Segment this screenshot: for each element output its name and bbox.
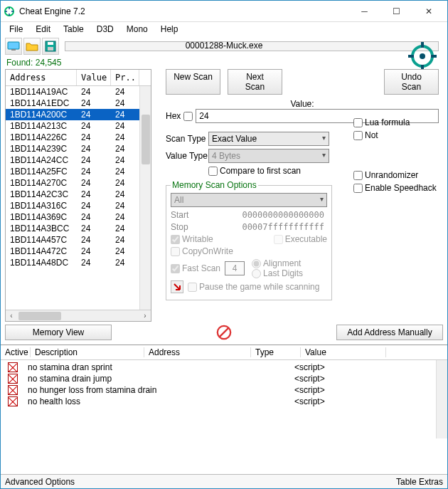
- fastscan-value-input[interactable]: [225, 261, 245, 275]
- minimize-button[interactable]: ─: [348, 1, 380, 21]
- ct-col-description[interactable]: Description: [31, 347, 144, 357]
- svg-point-7: [420, 53, 425, 59]
- result-row[interactable]: 1BD114A25FC2424: [6, 166, 151, 177]
- cheat-table-scrollbar[interactable]: [436, 360, 447, 438]
- right-options: Lua formula Not Unrandomizer Enable Spee…: [353, 117, 446, 196]
- new-scan-button[interactable]: New Scan: [166, 69, 220, 95]
- not-checkbox[interactable]: Not: [353, 130, 446, 140]
- menu-mono[interactable]: Mono: [121, 23, 154, 36]
- hex-checkbox[interactable]: [183, 112, 193, 121]
- col-address[interactable]: Address: [6, 70, 77, 85]
- svg-rect-1: [8, 42, 19, 49]
- lastdigits-radio[interactable]: Last Digits: [252, 268, 303, 278]
- menubar: File Edit Table D3D Mono Help: [1, 22, 447, 36]
- result-row[interactable]: 1BD114A316C2424: [6, 200, 151, 211]
- maximize-button[interactable]: ☐: [380, 1, 412, 21]
- result-row[interactable]: 1BD114A226C2424: [6, 132, 151, 143]
- cheat-value: <script>: [294, 374, 325, 384]
- result-row[interactable]: 1BD114A270C2424: [6, 177, 151, 189]
- cheat-description: no hunger loss from stamina drain: [28, 385, 294, 395]
- active-toggle[interactable]: [8, 385, 18, 395]
- scroll-right-icon[interactable]: ›: [139, 312, 151, 320]
- result-row[interactable]: 1BD114A200C2424: [6, 109, 151, 120]
- writable-checkbox[interactable]: Writable: [171, 234, 213, 244]
- save-button[interactable]: [42, 38, 59, 55]
- red-arrow-icon: [173, 283, 181, 291]
- menu-file[interactable]: File: [4, 23, 28, 36]
- lua-formula-checkbox[interactable]: Lua formula: [353, 117, 446, 127]
- result-row[interactable]: 1BD114A2C3C2424: [6, 189, 151, 200]
- col-previous[interactable]: Pr..: [111, 70, 139, 85]
- result-row[interactable]: 1BD114A24CC2424: [6, 154, 151, 166]
- active-toggle[interactable]: [8, 374, 18, 384]
- cheat-engine-logo-icon: [405, 39, 439, 73]
- active-toggle[interactable]: [8, 362, 18, 372]
- status-bar: Advanced Options Table Extras: [1, 474, 447, 488]
- cheat-row[interactable]: no stamina drain jump<script>: [1, 373, 447, 384]
- cheat-value: <script>: [294, 396, 325, 406]
- advanced-options-button[interactable]: Advanced Options: [5, 477, 75, 487]
- cheat-row[interactable]: no stamina dran sprint<script>: [1, 362, 447, 373]
- speedhack-checkbox[interactable]: Enable Speedhack: [353, 183, 446, 193]
- ct-col-value[interactable]: Value: [301, 347, 386, 357]
- floppy-icon: [45, 41, 56, 52]
- ct-col-active[interactable]: Active: [1, 347, 31, 357]
- menu-table[interactable]: Table: [58, 23, 90, 36]
- result-row[interactable]: 1BD114A239C2424: [6, 143, 151, 154]
- fastscan-checkbox[interactable]: Fast Scan: [171, 263, 220, 273]
- col-value[interactable]: Value: [77, 70, 111, 85]
- alignment-radio[interactable]: Alignment: [252, 258, 303, 268]
- app-icon: [4, 6, 15, 17]
- result-row[interactable]: 1BD114A48DC2424: [6, 257, 151, 268]
- cheat-description: no stamina dran sprint: [28, 362, 294, 372]
- stop-address-input[interactable]: 00007fffffffffff: [203, 222, 327, 232]
- scan-results-table[interactable]: Address Value Pr.. 1BD114A19AC24241BD114…: [5, 69, 151, 322]
- cheat-value: <script>: [294, 385, 325, 395]
- start-address-input[interactable]: 0000000000000000: [203, 210, 327, 220]
- scan-type-label: Scan Type: [166, 134, 208, 144]
- memory-preset-select[interactable]: All▾: [171, 193, 327, 207]
- open-button[interactable]: [23, 38, 41, 55]
- menu-edit[interactable]: Edit: [30, 23, 56, 36]
- memory-view-button[interactable]: Memory View: [5, 325, 112, 340]
- menu-d3d[interactable]: D3D: [91, 23, 119, 36]
- undo-scan-button[interactable]: Undo Scan: [384, 69, 439, 95]
- result-row[interactable]: 1BD114A1EDC2424: [6, 98, 151, 109]
- select-process-button[interactable]: [5, 38, 22, 55]
- result-row[interactable]: 1BD114A457C2424: [6, 234, 151, 246]
- scan-type-select[interactable]: Exact Value▾: [208, 132, 329, 146]
- cheat-row[interactable]: no health loss<script>: [1, 396, 447, 407]
- menu-help[interactable]: Help: [155, 23, 184, 36]
- ct-col-type[interactable]: Type: [251, 347, 301, 357]
- ct-col-address[interactable]: Address: [144, 347, 251, 357]
- close-button[interactable]: ✕: [412, 1, 444, 21]
- expand-options-button[interactable]: [171, 280, 183, 293]
- scroll-left-icon[interactable]: ‹: [6, 312, 17, 320]
- value-header-label: Value:: [166, 99, 439, 109]
- result-row[interactable]: 1BD114A213C2424: [6, 120, 151, 132]
- cheat-table[interactable]: Active Description Address Type Value no…: [1, 345, 447, 438]
- svg-rect-2: [11, 49, 16, 51]
- unrandomizer-checkbox[interactable]: Unrandomizer: [353, 170, 446, 180]
- next-scan-button[interactable]: Next Scan: [228, 69, 282, 95]
- executable-checkbox[interactable]: Executable: [274, 234, 327, 244]
- svg-rect-4: [48, 42, 53, 45]
- result-row[interactable]: 1BD114A472C2424: [6, 246, 151, 257]
- result-row[interactable]: 1BD114A19AC2424: [6, 86, 151, 98]
- folder-open-icon: [26, 41, 38, 51]
- results-horizontal-scrollbar[interactable]: ‹ ›: [6, 310, 151, 321]
- result-row[interactable]: 1BD114A369C2424: [6, 211, 151, 223]
- no-entry-icon[interactable]: [216, 325, 232, 340]
- found-count: Found: 24,545: [1, 56, 447, 69]
- chevron-down-icon: ▾: [322, 134, 326, 142]
- results-vertical-scrollbar[interactable]: [139, 86, 151, 310]
- pause-game-checkbox[interactable]: Pause the game while scanning: [188, 282, 319, 292]
- active-toggle[interactable]: [8, 396, 18, 406]
- add-address-manually-button[interactable]: Add Address Manually: [336, 325, 443, 340]
- value-type-select[interactable]: 4 Bytes▾: [208, 149, 329, 163]
- result-row[interactable]: 1BD114A3BCC2424: [6, 223, 151, 234]
- compare-first-checkbox[interactable]: Compare to first scan: [208, 166, 301, 176]
- cheat-row[interactable]: no hunger loss from stamina drain<script…: [1, 384, 447, 396]
- table-extras-button[interactable]: Table Extras: [396, 477, 443, 487]
- copyonwrite-checkbox[interactable]: CopyOnWrite: [171, 246, 233, 256]
